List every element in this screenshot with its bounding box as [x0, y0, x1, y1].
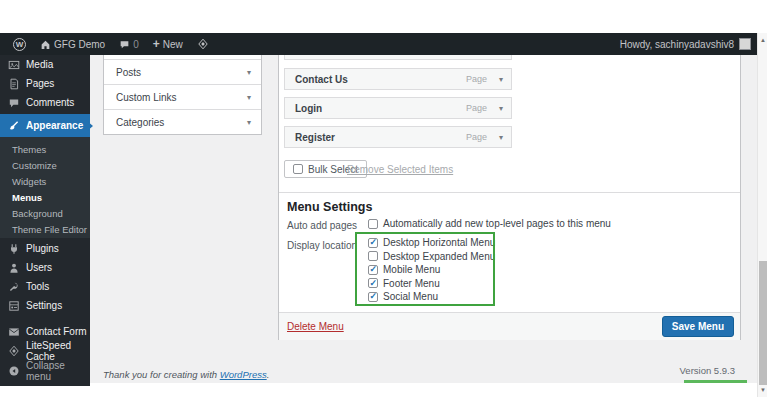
current-menu-arrow-icon — [87, 121, 98, 131]
green-underline-annotation — [684, 380, 747, 383]
location-option: Desktop Horizontal Menu — [368, 236, 495, 250]
submenu-item-customize[interactable]: Customize — [0, 158, 90, 174]
comments-shortcut[interactable]: 0 — [114, 33, 144, 55]
admin-bar-right: Howdy, sachinyadavshiv8 — [620, 38, 757, 50]
accordion-custom-links[interactable]: Custom Links ▾ — [104, 85, 261, 110]
chevron-down-icon[interactable]: ▾ — [499, 75, 503, 84]
menu-item-type: Page — [466, 74, 487, 84]
accordion-posts[interactable]: Posts ▾ — [104, 60, 261, 85]
bulk-select-checkbox[interactable] — [293, 164, 303, 174]
chevron-down-icon: ▾ — [247, 118, 251, 127]
footer-thanks: Thank you for creating with WordPress. — [103, 369, 269, 380]
sidebar-item-label: Appearance — [26, 120, 83, 131]
location-option: Social Menu — [368, 290, 495, 304]
sidebar-item-pages[interactable]: Pages — [0, 74, 90, 93]
main-content: Posts ▾ Custom Links ▾ Categories ▾ Cont… — [90, 55, 757, 383]
sidebar-item-label: Pages — [26, 78, 54, 89]
wordpress-admin-menus-page: W GFG Demo 0 + New Howdy, sachinyadavshi… — [0, 0, 768, 419]
litespeed-topbar-menu[interactable] — [192, 33, 214, 55]
home-icon — [40, 39, 51, 50]
social-menu-checkbox[interactable] — [368, 292, 378, 302]
menu-item-label: Contact Us — [295, 74, 348, 85]
sidebar-item-label: Collapse menu — [26, 360, 90, 382]
user-avatar[interactable] — [739, 38, 751, 50]
location-label: Social Menu — [383, 291, 438, 302]
sidebar-item-label: Media — [26, 59, 53, 70]
plugins-icon — [8, 243, 20, 255]
admin-bar: W GFG Demo 0 + New Howdy, sachinyadavshi… — [0, 33, 757, 55]
litespeed-icon — [8, 345, 20, 357]
submenu-item-background[interactable]: Background — [0, 206, 90, 222]
sidebar-item-contact-form[interactable]: Contact Form — [0, 322, 90, 341]
site-link[interactable]: GFG Demo — [35, 33, 110, 55]
footer-version: Version 5.9.3 — [680, 365, 735, 376]
users-icon — [8, 262, 20, 274]
chevron-down-icon[interactable]: ▾ — [499, 133, 503, 142]
wordpress-link[interactable]: WordPress — [220, 369, 267, 380]
location-label: Desktop Expanded Menu — [383, 251, 495, 262]
comment-bubble-icon — [119, 39, 130, 50]
scrollbar-thumb[interactable] — [759, 261, 767, 385]
sidebar-item-plugins[interactable]: Plugins — [0, 239, 90, 258]
settings-icon — [8, 300, 20, 312]
submenu-item-menus[interactable]: Menus — [0, 190, 90, 206]
auto-add-pages-label: Auto add pages — [287, 220, 357, 231]
delete-menu-link[interactable]: Delete Menu — [287, 321, 344, 332]
sidebar-item-label: LiteSpeed Cache — [26, 340, 90, 362]
sidebar-item-appearance[interactable]: Appearance — [0, 114, 90, 137]
sidebar-item-label: Plugins — [26, 243, 59, 254]
sidebar-item-media[interactable]: Media — [0, 55, 90, 74]
plus-icon: + — [153, 38, 160, 50]
sidebar-item-litespeed-cache[interactable]: LiteSpeed Cache — [0, 341, 90, 360]
desktop-expanded-menu-checkbox[interactable] — [368, 251, 378, 261]
desktop-horizontal-menu-checkbox[interactable] — [368, 238, 378, 248]
sidebar-item-comments[interactable]: Comments — [0, 93, 90, 112]
howdy-account-menu[interactable]: Howdy, sachinyadavshiv8 — [620, 39, 734, 50]
menu-structure-box: Contact Us Page ▾ Login Page ▾ Register … — [278, 55, 741, 340]
new-label: New — [163, 39, 183, 50]
accordion-label: Posts — [116, 67, 141, 78]
chevron-down-icon[interactable]: ▾ — [499, 104, 503, 113]
collapse-menu-button[interactable]: Collapse menu — [0, 361, 90, 380]
sidebar-item-tools[interactable]: Tools — [0, 277, 90, 296]
page-scrollbar[interactable]: ▲ ▼ — [757, 33, 767, 397]
save-menu-button[interactable]: Save Menu — [662, 316, 734, 337]
submenu-item-themes[interactable]: Themes — [0, 142, 90, 158]
comments-icon — [8, 97, 20, 109]
location-label: Mobile Menu — [383, 264, 440, 275]
auto-add-pages-row: Automatically add new top-level pages to… — [368, 218, 611, 229]
comment-count: 0 — [133, 39, 139, 50]
menu-item-contact-us[interactable]: Contact Us Page ▾ — [284, 68, 512, 90]
scroll-up-arrow-icon[interactable]: ▲ — [758, 35, 768, 45]
appearance-brush-icon — [8, 120, 20, 132]
sidebar-item-label: Comments — [26, 97, 74, 108]
wordpress-logo-menu[interactable]: W — [8, 33, 31, 55]
new-content-menu[interactable]: + New — [148, 33, 188, 55]
accordion-categories[interactable]: Categories ▾ — [104, 110, 261, 135]
display-location-label: Display location — [287, 240, 357, 251]
sidebar-item-label: Contact Form — [26, 326, 87, 337]
menu-item-register[interactable]: Register Page ▾ — [284, 126, 512, 148]
location-option: Mobile Menu — [368, 263, 495, 277]
remove-selected-items-link[interactable]: Remove Selected Items — [347, 164, 453, 175]
menu-item-label: Login — [295, 103, 322, 114]
menu-item-login[interactable]: Login Page ▾ — [284, 97, 512, 119]
add-menu-items-panel: Posts ▾ Custom Links ▾ Categories ▾ — [103, 55, 262, 135]
sidebar-item-label: Tools — [26, 281, 49, 292]
chevron-down-icon: ▾ — [247, 68, 251, 77]
footer-menu-checkbox[interactable] — [368, 278, 378, 288]
scroll-down-arrow-icon[interactable]: ▼ — [758, 385, 768, 395]
admin-sidebar: Media Pages Comments Appearance Themes C… — [0, 55, 90, 386]
accordion-label: Categories — [116, 117, 164, 128]
appearance-submenu: Themes Customize Widgets Menus Backgroun… — [0, 137, 90, 238]
sidebar-item-label: Settings — [26, 300, 62, 311]
footer-period: . — [267, 369, 270, 380]
menu-item-type: Page — [466, 103, 487, 113]
sidebar-item-users[interactable]: Users — [0, 258, 90, 277]
envelope-icon — [8, 326, 20, 338]
mobile-menu-checkbox[interactable] — [368, 265, 378, 275]
submenu-item-theme-file-editor[interactable]: Theme File Editor — [0, 222, 90, 238]
auto-add-pages-checkbox[interactable] — [368, 219, 378, 229]
sidebar-item-settings[interactable]: Settings — [0, 296, 90, 315]
submenu-item-widgets[interactable]: Widgets — [0, 174, 90, 190]
